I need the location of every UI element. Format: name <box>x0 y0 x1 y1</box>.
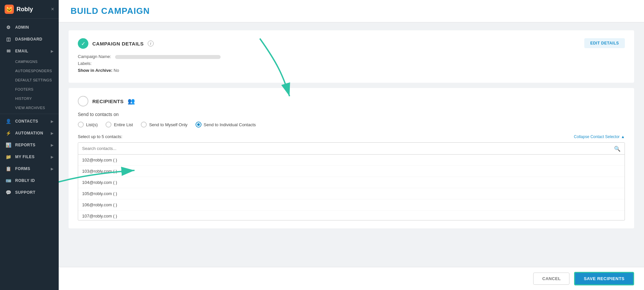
chevron-right-icon-contacts: ▶ <box>51 120 54 123</box>
sidebar-close-button[interactable]: × <box>51 6 54 12</box>
step-empty-icon <box>78 96 88 106</box>
radio-label-individual: Send to Individual Contacts <box>204 122 256 127</box>
radio-label-lists: List(s) <box>86 122 98 127</box>
contact-item[interactable]: 105@robly.com ( ) <box>78 188 625 199</box>
sidebar-item-default-settings[interactable]: DEFAULT SETTINGS <box>0 75 59 85</box>
select-up-to-label: Select up to 5 contacts: <box>78 134 122 139</box>
step-done-icon: ✓ <box>78 38 88 49</box>
sidebar-label-admin: ADMIN <box>15 25 29 30</box>
cancel-button[interactable]: CANCEL <box>533 273 569 285</box>
chevron-right-icon-forms: ▶ <box>51 167 54 171</box>
recipients-title: RECIPIENTS <box>92 99 124 104</box>
sidebar-label-automation: AUTOMATION <box>15 131 43 135</box>
recipients-card: RECIPIENTS 👥 Send to contacts on List(s)… <box>69 88 634 228</box>
labels-row: Labels: <box>78 61 625 66</box>
chevron-right-icon-reports: ▶ <box>51 143 54 147</box>
sidebar-item-view-archives[interactable]: VIEW ARCHIVES <box>0 103 59 112</box>
content-area: ✓ CAMPAIGN DETAILS i Campaign Name: Labe… <box>59 22 644 267</box>
radio-myself-only[interactable]: Send to Myself Only <box>141 122 187 128</box>
campaign-details-title: CAMPAIGN DETAILS <box>92 41 144 46</box>
sidebar-item-roblyid[interactable]: 🪪 ROBLY ID <box>0 175 59 187</box>
sidebar-item-support[interactable]: 💬 SUPPORT <box>0 187 59 198</box>
support-icon: 💬 <box>5 190 12 195</box>
radio-outer-lists <box>78 122 84 128</box>
myfiles-icon: 📁 <box>5 154 12 160</box>
save-recipients-button[interactable]: SAVE RECIPIENTS <box>574 272 634 285</box>
campaign-name-label: Campaign Name: <box>78 54 111 59</box>
campaign-details-header: ✓ CAMPAIGN DETAILS i <box>78 38 625 49</box>
sidebar-item-myfiles[interactable]: 📁 MY FILES ▶ <box>0 151 59 163</box>
recipients-group-icon: 👥 <box>128 98 135 105</box>
sidebar-label-dashboard: DASHBOARD <box>15 37 43 42</box>
automation-icon: ⚡ <box>5 130 12 136</box>
contacts-icon: 👤 <box>5 119 12 124</box>
campaign-name-value <box>115 55 221 59</box>
reports-icon: 📊 <box>5 142 12 148</box>
show-in-archive-value: No <box>114 68 119 73</box>
radio-lists[interactable]: List(s) <box>78 122 98 128</box>
collapse-contact-selector[interactable]: Collapse Contact Selector ▲ <box>574 134 625 139</box>
sidebar-item-forms[interactable]: 📋 FORMS ▶ <box>0 163 59 175</box>
contact-item[interactable]: 103@robly.com ( ) <box>78 166 625 177</box>
send-to-label: Send to contacts on <box>78 112 625 117</box>
sidebar-label-reports: REPORTS <box>15 143 36 147</box>
sidebar-label-myfiles: MY FILES <box>15 155 35 159</box>
roblyid-icon: 🪪 <box>5 178 12 183</box>
sidebar-item-history[interactable]: HISTORY <box>0 94 59 103</box>
radio-outer-entire-list <box>106 122 111 128</box>
search-contacts-wrapper: 🔍 <box>78 142 625 155</box>
chevron-right-icon-automation: ▶ <box>51 131 54 135</box>
radio-outer-individual <box>196 122 201 128</box>
sidebar-label-contacts: CONTACTS <box>15 119 38 124</box>
chevron-right-icon-myfiles: ▶ <box>51 155 54 159</box>
radio-label-entire-list: Entire List <box>114 122 133 127</box>
select-up-to-row: Select up to 5 contacts: Collapse Contac… <box>78 134 625 139</box>
sidebar-item-admin[interactable]: ⚙ ADMIN <box>0 21 59 33</box>
radio-outer-myself-only <box>141 122 147 128</box>
sidebar-item-email[interactable]: ✉ EMAIL ▶ <box>0 45 59 57</box>
sidebar-item-campaigns[interactable]: CAMPAIGNS <box>0 57 59 66</box>
sidebar-nav: ⚙ ADMIN ◫ DASHBOARD ✉ EMAIL ▶ CAMPAIGNS … <box>0 19 59 290</box>
search-contacts-input[interactable] <box>78 143 625 154</box>
info-icon[interactable]: i <box>148 41 154 46</box>
forms-icon: 📋 <box>5 166 12 171</box>
sidebar-label-roblyid: ROBLY ID <box>15 178 35 183</box>
campaign-details-card: ✓ CAMPAIGN DETAILS i Campaign Name: Labe… <box>69 30 634 83</box>
footer-bar: CANCEL SAVE RECIPIENTS <box>59 267 644 290</box>
admin-icon: ⚙ <box>5 25 12 30</box>
logo-text: Robly <box>16 6 33 13</box>
sidebar-item-automation[interactable]: ⚡ AUTOMATION ▶ <box>0 127 59 139</box>
logo-icon: 🐱 <box>5 5 14 14</box>
sidebar-item-autoresponders[interactable]: AUTORESPONDERS <box>0 66 59 75</box>
sidebar-label-forms: FORMS <box>15 166 30 171</box>
edit-details-button[interactable]: EDIT DETAILS <box>584 38 625 48</box>
radio-individual[interactable]: Send to Individual Contacts <box>196 122 256 128</box>
radio-entire-list[interactable]: Entire List <box>106 122 133 128</box>
sidebar-item-footers[interactable]: FOOTERS <box>0 85 59 94</box>
sidebar-item-contacts[interactable]: 👤 CONTACTS ▶ <box>0 115 59 127</box>
chevron-right-icon: ▶ <box>51 49 54 53</box>
radio-group: List(s) Entire List Send to Myself Only … <box>78 122 625 128</box>
labels-label: Labels: <box>78 61 92 66</box>
show-in-archive-label: Show in Archive: <box>78 68 112 73</box>
sidebar-item-reports[interactable]: 📊 REPORTS ▶ <box>0 139 59 151</box>
sidebar: 🐱 Robly × ⚙ ADMIN ◫ DASHBOARD ✉ EMAIL ▶ … <box>0 0 59 290</box>
campaign-name-row: Campaign Name: <box>78 54 625 59</box>
contact-item[interactable]: 102@robly.com ( ) <box>78 155 625 166</box>
email-icon: ✉ <box>5 48 12 54</box>
chevron-up-icon: ▲ <box>621 134 625 139</box>
search-submit-button[interactable]: 🔍 <box>614 145 621 152</box>
show-in-archive-row: Show in Archive: No <box>78 68 625 73</box>
sidebar-label-support: SUPPORT <box>15 190 36 195</box>
sidebar-label-email: EMAIL <box>15 49 28 53</box>
sidebar-item-dashboard[interactable]: ◫ DASHBOARD <box>0 33 59 45</box>
main-content: BUILD CAMPAIGN ✓ CAMPAIGN DETAILS i Camp… <box>59 0 644 290</box>
recipients-header: RECIPIENTS 👥 <box>78 96 625 106</box>
contact-item[interactable]: 104@robly.com ( ) <box>78 177 625 188</box>
dashboard-icon: ◫ <box>5 37 12 42</box>
contact-item[interactable]: 106@robly.com ( ) <box>78 199 625 211</box>
page-header: BUILD CAMPAIGN <box>59 0 644 22</box>
radio-inner-individual <box>197 123 200 126</box>
contact-item[interactable]: 107@robly.com ( ) <box>78 211 625 220</box>
contacts-dropdown: 102@robly.com ( )103@robly.com ( )104@ro… <box>78 155 625 220</box>
